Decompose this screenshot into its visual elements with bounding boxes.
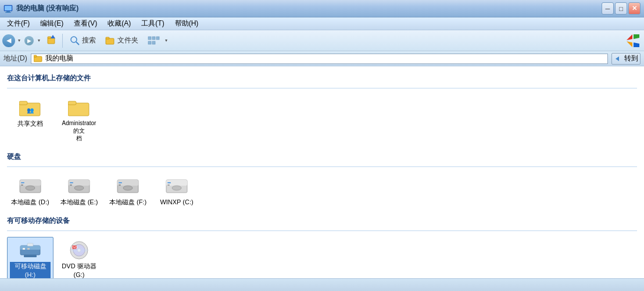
svg-marker-16: [627, 34, 632, 40]
svg-rect-52: [24, 255, 37, 257]
svg-point-7: [71, 37, 77, 42]
svg-rect-11: [148, 37, 151, 40]
menu-help[interactable]: 帮助(H): [170, 17, 203, 30]
menu-edit[interactable]: 编辑(E): [35, 17, 68, 30]
svg-rect-27: [68, 101, 76, 105]
menu-view[interactable]: 查看(V): [69, 17, 102, 30]
item-label: WINXP (C:): [160, 198, 193, 206]
close-button[interactable]: ✕: [628, 2, 641, 15]
svg-rect-24: [19, 101, 27, 105]
list-item[interactable]: DVD DVD 驱动器 (G:): [56, 237, 102, 278]
list-item[interactable]: 👥 共享文档: [7, 94, 53, 145]
go-button[interactable]: 转到: [611, 53, 641, 65]
list-item[interactable]: 本地磁盘 (F:): [105, 173, 151, 209]
svg-rect-51: [27, 248, 30, 250]
back-button-group[interactable]: ◀ ▾: [2, 34, 23, 47]
folder-item-icon: [67, 97, 91, 118]
windows-flag-icon: [625, 33, 641, 48]
back-arrow-icon: ◀: [2, 34, 15, 47]
svg-rect-15: [152, 41, 155, 44]
up-folder-icon[interactable]: [46, 33, 59, 46]
search-icon: [70, 36, 80, 46]
svg-marker-18: [627, 41, 632, 47]
forward-dropdown-icon[interactable]: ▾: [35, 34, 43, 47]
svg-rect-42: [119, 184, 121, 186]
svg-rect-50: [23, 248, 25, 250]
list-item[interactable]: 可移动磁盘 (H:): [7, 237, 53, 278]
svg-rect-5: [48, 37, 51, 38]
view-toggle-button[interactable]: ▾: [144, 32, 174, 49]
mycomputer-icon: [3, 4, 13, 13]
svg-rect-53: [27, 243, 33, 246]
svg-marker-19: [634, 42, 639, 47]
title-bar-left: 我的电脑 (没有响应): [3, 3, 78, 13]
drive-icon: [67, 176, 91, 197]
list-item[interactable]: 本地磁盘 (D:): [7, 173, 53, 209]
stored-files-divider: [7, 88, 637, 88]
svg-text:👥: 👥: [27, 107, 34, 114]
list-item[interactable]: 本地磁盘 (E:): [56, 173, 102, 209]
menu-bar: 文件(F) 编辑(E) 查看(V) 收藏(A) 工具(T) 帮助(H): [0, 17, 644, 30]
svg-rect-4: [48, 38, 55, 44]
svg-marker-17: [634, 34, 639, 39]
item-label: 本地磁盘 (E:): [60, 198, 98, 206]
local-disk-d-icon: [19, 178, 42, 195]
menu-tools[interactable]: 工具(T): [137, 17, 169, 30]
svg-rect-2: [6, 11, 10, 12]
svg-rect-41: [119, 182, 122, 183]
maximize-button[interactable]: □: [615, 2, 627, 15]
svg-rect-37: [70, 184, 72, 186]
stored-files-items: 👥 共享文档 Administrator 的文档: [7, 94, 637, 145]
svg-marker-6: [51, 35, 55, 38]
folder-item-icon: 👥: [19, 97, 42, 118]
toolbar-separator-1: [62, 34, 63, 48]
local-disk-f-icon: [116, 178, 139, 195]
toolbar: ◀ ▾ ▶ ▾ 搜索 文件夹: [0, 30, 644, 51]
svg-rect-14: [148, 41, 151, 44]
hard-drives-header: 硬盘: [7, 152, 637, 162]
go-arrow-icon: [614, 55, 622, 63]
svg-point-30: [26, 186, 35, 190]
back-dropdown-icon[interactable]: ▾: [15, 34, 23, 47]
svg-point-59: [70, 248, 88, 253]
usb-removable-icon: [19, 242, 41, 258]
hard-drives-items: 本地磁盘 (D:) 本地磁盘 (E:): [7, 173, 637, 209]
hard-drives-divider: [7, 166, 637, 167]
item-label: 本地磁盘 (D:): [11, 198, 49, 206]
svg-point-35: [74, 186, 84, 190]
svg-rect-32: [21, 184, 23, 186]
svg-rect-31: [21, 182, 24, 183]
minimize-button[interactable]: ─: [602, 2, 614, 15]
svg-point-40: [123, 186, 133, 190]
title-bar: 我的电脑 (没有响应) ─ □ ✕: [0, 0, 644, 17]
admin-folder-icon: [68, 98, 90, 117]
windows-logo: [624, 33, 642, 49]
svg-marker-22: [616, 56, 619, 61]
forward-button[interactable]: ▶: [24, 36, 34, 45]
menu-favorites[interactable]: 收藏(A): [103, 17, 135, 30]
address-bar: 地址(D) 我的电脑 转到: [0, 51, 644, 66]
list-item[interactable]: WINXP (C:): [153, 173, 200, 209]
list-item[interactable]: Administrator 的文档: [56, 94, 102, 145]
item-label: 本地磁盘 (F:): [109, 198, 146, 206]
menu-file[interactable]: 文件(F): [2, 17, 34, 30]
view-dropdown-icon[interactable]: ▾: [162, 34, 170, 47]
system-drive-icon: [165, 176, 188, 197]
view-icon: [148, 36, 160, 46]
svg-rect-46: [167, 182, 171, 183]
local-disk-e-icon: [67, 178, 91, 195]
svg-rect-1: [5, 6, 12, 10]
window-title: 我的电脑 (没有响应): [16, 3, 78, 13]
item-label: 可移动磁盘 (H:): [10, 262, 51, 278]
folders-label: 文件夹: [117, 36, 138, 45]
address-input[interactable]: 我的电脑: [31, 54, 608, 64]
item-label: 共享文档: [17, 119, 43, 127]
svg-rect-13: [156, 37, 159, 40]
svg-rect-36: [70, 182, 73, 183]
svg-rect-9: [106, 38, 114, 44]
search-button[interactable]: 搜索: [66, 33, 100, 48]
folder-icon: [105, 36, 116, 46]
drive-icon: [116, 176, 139, 197]
folders-button[interactable]: 文件夹: [101, 33, 142, 48]
search-label: 搜索: [82, 36, 96, 45]
